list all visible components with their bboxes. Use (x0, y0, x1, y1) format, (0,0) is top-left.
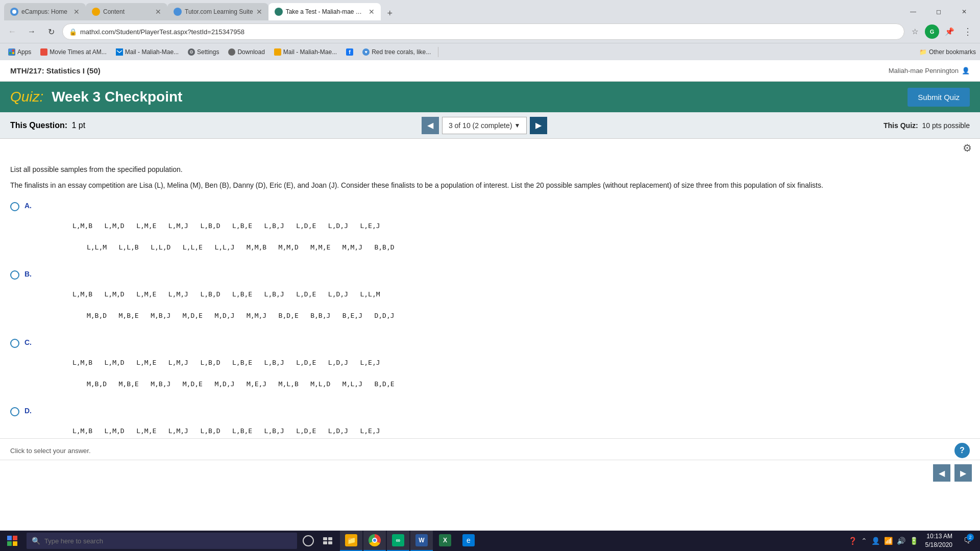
settings-row: ⚙ (0, 139, 980, 157)
minimize-button[interactable]: — (901, 4, 925, 20)
address-bar[interactable]: 🔒 mathxl.com/Student/PlayerTest.aspx?tes… (62, 23, 904, 40)
svg-rect-4 (323, 541, 327, 544)
answer-option-a[interactable]: A. L,M,B L,M,D L,M,E L,M,J L,B,D L,B,E L… (10, 201, 970, 263)
option-c-content: C. L,M,B L,M,D L,M,E L,M,J L,B,D L,B,E L… (24, 338, 395, 400)
submit-quiz-button[interactable]: Submit Quiz (908, 88, 970, 107)
notification-badge: 2 (967, 534, 974, 541)
bookmark-settings[interactable]: ⚙ Settings (184, 46, 223, 58)
answer-option-b[interactable]: B. L,M,B L,M,D L,M,E L,M,J L,B,D L,B,E L… (10, 269, 970, 332)
bottom-prev-button[interactable]: ◀ (933, 464, 950, 482)
radio-c[interactable] (10, 339, 19, 348)
search-input[interactable] (44, 537, 292, 545)
tab-ecampus[interactable]: eCampus: Home ✕ (4, 3, 86, 20)
bookmark-mail1-label: Mail - Maliah-Mae... (125, 48, 179, 56)
sound-icon[interactable]: 🔊 (897, 537, 905, 545)
radio-a[interactable] (10, 202, 19, 211)
clock-time: 10:13 AM (925, 532, 952, 541)
facebook-favicon: f (346, 48, 353, 56)
system-tray-icons: ❓ ⌃ 👤 📶 🔊 🔋 (848, 537, 918, 545)
help-button[interactable]: ? (954, 443, 970, 458)
taskbar-excel[interactable]: X (434, 531, 456, 551)
bookmarks-bar: Apps Movie Times at AM... Mail - Maliah-… (0, 43, 980, 60)
radio-d[interactable] (10, 407, 19, 416)
tab-tutor[interactable]: Tutor.com Learning Suite ✕ (167, 3, 268, 20)
help-tray-icon[interactable]: ❓ (848, 537, 857, 545)
bookmark-facebook[interactable]: f (342, 46, 357, 58)
extension-icon[interactable]: 📌 (942, 24, 957, 39)
taskbar-ic[interactable]: ∞ (387, 531, 409, 551)
tab-title-4: Take a Test - Maliah-mae Pennin... (286, 8, 365, 15)
bottom-nav-bar: ◀ ▶ (0, 460, 980, 486)
apps-favicon (8, 48, 15, 56)
battery-icon[interactable]: 🔋 (910, 537, 918, 545)
cortana-button[interactable] (299, 531, 317, 551)
course-header: MTH/217: Statistics I (50) Maliah-mae Pe… (0, 60, 980, 82)
restore-button[interactable]: ◻ (927, 4, 950, 20)
settings-icon[interactable]: ⚙ (963, 142, 972, 154)
up-arrow-tray-icon[interactable]: ⌃ (861, 537, 867, 545)
tab-close-1[interactable]: ✕ (74, 8, 80, 16)
start-button[interactable] (0, 531, 24, 551)
tab-close-2[interactable]: ✕ (155, 8, 161, 16)
tab-favicon-2 (92, 8, 100, 16)
tab-favicon-4 (275, 8, 283, 16)
taskbar-chrome[interactable] (363, 531, 386, 551)
excel-icon: X (439, 534, 451, 546)
answer-option-c[interactable]: C. L,M,B L,M,D L,M,E L,M,J L,B,D L,B,E L… (10, 338, 970, 400)
search-glass-icon: 🔍 (32, 537, 40, 545)
tab-title-2: Content (103, 8, 152, 15)
tab-title-1: eCampus: Home (21, 8, 70, 15)
tab-title-3: Tutor.com Learning Suite (185, 8, 253, 15)
option-b-label: B. (24, 270, 32, 278)
taskbar-file-explorer[interactable]: 📁 (340, 531, 362, 551)
bookmark-apps[interactable]: Apps (4, 46, 35, 58)
user-tray-icon[interactable]: 👤 (871, 537, 880, 545)
question-counter[interactable]: 3 of 10 (2 complete) ▼ (442, 117, 527, 134)
taskbar-search-box[interactable]: 🔍 (27, 533, 297, 549)
tab-close-3[interactable]: ✕ (256, 8, 262, 16)
windows-logo-icon (7, 536, 17, 546)
bookmark-settings-label: Settings (197, 48, 219, 56)
prev-question-button[interactable]: ◀ (422, 117, 439, 134)
tab-close-4[interactable]: ✕ (369, 8, 375, 16)
bookmark-download[interactable]: Download (224, 46, 268, 58)
bookmark-star-icon[interactable]: ☆ (908, 24, 922, 39)
tab-test[interactable]: Take a Test - Maliah-mae Pennin... ✕ (268, 3, 381, 20)
address-actions: ☆ G 📌 (908, 24, 957, 39)
tab-strip: eCampus: Home ✕ Content ✕ Tutor.com Lear… (4, 3, 901, 20)
question-text: The finalists in an essay competition ar… (10, 180, 970, 191)
other-bookmarks-label: Other bookmarks (929, 48, 976, 56)
forward-button[interactable]: → (23, 23, 40, 40)
bottom-next-button[interactable]: ▶ (954, 464, 972, 482)
task-view-button[interactable] (317, 531, 338, 551)
next-question-button[interactable]: ▶ (530, 117, 547, 134)
clock[interactable]: 10:13 AM 5/18/2020 (921, 532, 957, 549)
bookmark-corals[interactable]: ♥ Red tree corals, like... (358, 46, 435, 58)
back-button[interactable]: ← (4, 23, 20, 40)
tab-content[interactable]: Content ✕ (86, 3, 167, 20)
taskbar-word[interactable]: W (410, 531, 433, 551)
answer-options: A. L,M,B L,M,D L,M,E L,M,J L,B,D L,B,E L… (10, 201, 970, 468)
other-bookmarks[interactable]: 📁 Other bookmarks (919, 48, 976, 56)
page-content: MTH/217: Statistics I (50) Maliah-mae Pe… (0, 60, 980, 508)
close-button[interactable]: ✕ (952, 4, 976, 20)
browser-chrome: eCampus: Home ✕ Content ✕ Tutor.com Lear… (0, 0, 980, 60)
mail2-favicon (274, 48, 281, 56)
new-tab-button[interactable]: + (383, 6, 397, 20)
quiz-pts-info: This Quiz: 10 pts possible (884, 121, 970, 130)
chrome-icon (369, 534, 381, 546)
taskbar-right: ❓ ⌃ 👤 📶 🔊 🔋 10:13 AM 5/18/2020 🗨 2 (848, 531, 980, 551)
notification-button[interactable]: 🗨 2 (960, 531, 976, 551)
radio-b[interactable] (10, 270, 19, 280)
grammarly-icon[interactable]: G (925, 24, 939, 39)
bookmark-mail1[interactable]: Mail - Maliah-Mae... (112, 46, 183, 58)
reload-button[interactable]: ↻ (43, 23, 59, 40)
taskbar-edge[interactable]: e (457, 531, 480, 551)
bookmark-mail2[interactable]: Mail - Maliah-Mae... (270, 46, 341, 58)
wifi-icon[interactable]: 📶 (884, 537, 893, 545)
bookmark-movies[interactable]: Movie Times at AM... (36, 46, 110, 58)
question-nav-bar: This Question: 1 pt ◀ 3 of 10 (2 complet… (0, 112, 980, 139)
chrome-menu-button[interactable]: ⋮ (960, 23, 976, 40)
taskbar: 🔍 📁 ∞ W (0, 531, 980, 551)
bookmark-download-label: Download (237, 48, 264, 56)
